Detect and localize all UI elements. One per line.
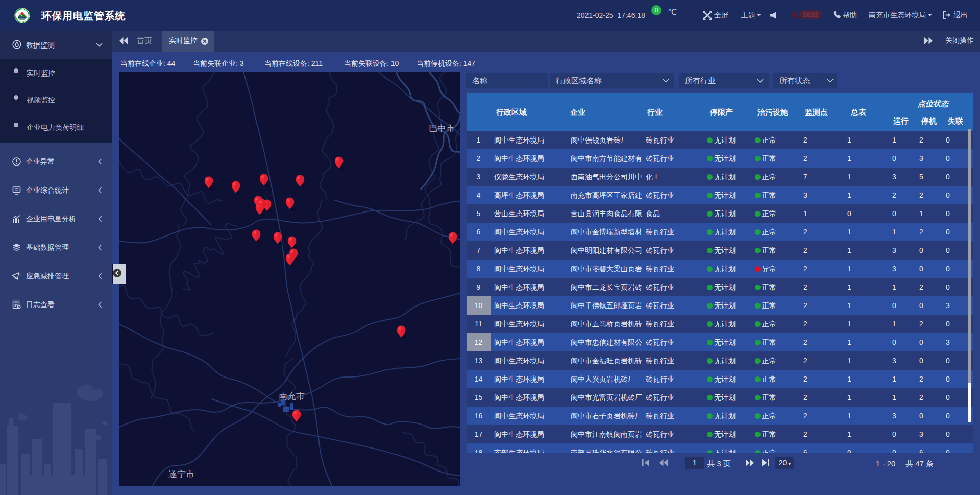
svg-text:南充市: 南充市 bbox=[279, 391, 305, 401]
svg-text:遂宁市: 遂宁市 bbox=[168, 469, 194, 479]
svg-text:巴中市: 巴中市 bbox=[429, 124, 455, 133]
